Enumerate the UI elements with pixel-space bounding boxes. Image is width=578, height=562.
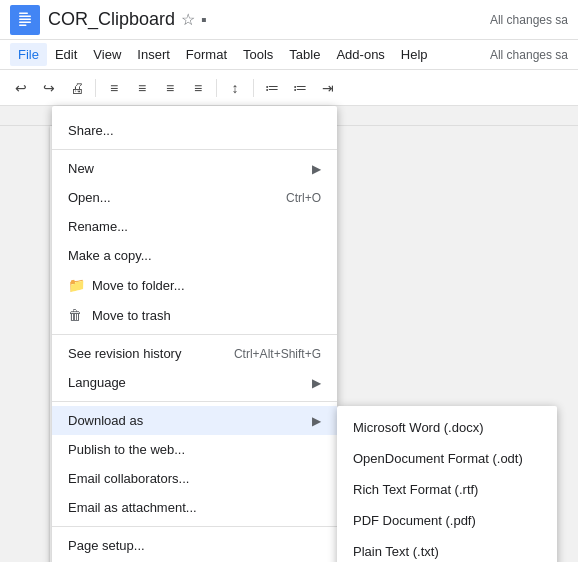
star-icon[interactable]: ☆ [181, 10, 195, 29]
file-dropdown-menu: Share... New ▶ Open... Ctrl+O Rename... … [52, 106, 337, 562]
align-center-button[interactable]: ≡ [129, 75, 155, 101]
file-menu-publish-to-web[interactable]: Publish to the web... [52, 435, 337, 464]
undo-button[interactable]: ↩ [8, 75, 34, 101]
file-menu-section-share-ops: Download as ▶ Microsoft Word (.docx) Ope… [52, 402, 337, 527]
redo-button[interactable]: ↪ [36, 75, 62, 101]
main-area: 1 Share... New ▶ Open... Ctrl+O [0, 106, 578, 562]
overlay: Share... New ▶ Open... Ctrl+O Rename... … [0, 106, 578, 562]
file-menu-section-history: See revision history Ctrl+Alt+Shift+G La… [52, 335, 337, 402]
align-right-button[interactable]: ≡ [157, 75, 183, 101]
align-left-button[interactable]: ≡ [101, 75, 127, 101]
changes-status: All changes sa [490, 48, 568, 62]
toolbar-separator-3 [253, 79, 254, 97]
line-spacing-button[interactable]: ↕ [222, 75, 248, 101]
submenu-odt[interactable]: OpenDocument Format (.odt) [337, 443, 557, 474]
toolbar-separator-1 [95, 79, 96, 97]
folder-location-icon[interactable]: ▪ [201, 11, 207, 29]
submenu-rtf[interactable]: Rich Text Format (.rtf) [337, 474, 557, 505]
svg-rect-0 [19, 12, 28, 14]
file-menu-section-page: Page setup... 🖨 Print Ctrl+P [52, 527, 337, 562]
menu-file[interactable]: File [10, 43, 47, 66]
file-menu-language[interactable]: Language ▶ [52, 368, 337, 397]
toolbar-separator-2 [216, 79, 217, 97]
document-title: COR_Clipboard [48, 9, 175, 30]
file-menu-download-as[interactable]: Download as ▶ Microsoft Word (.docx) Ope… [52, 406, 337, 435]
submenu-pdf[interactable]: PDF Document (.pdf) [337, 505, 557, 536]
menu-help[interactable]: Help [393, 43, 436, 66]
file-menu-make-copy[interactable]: Make a copy... [52, 241, 337, 270]
submenu-txt[interactable]: Plain Text (.txt) [337, 536, 557, 562]
menu-insert[interactable]: Insert [129, 43, 178, 66]
file-menu-section-share: Share... [52, 112, 337, 150]
list-unordered-button[interactable]: ≔ [287, 75, 313, 101]
file-menu-rename[interactable]: Rename... [52, 212, 337, 241]
file-menu-move-to-trash[interactable]: 🗑 Move to trash [52, 300, 337, 330]
download-as-submenu: Microsoft Word (.docx) OpenDocument Form… [337, 406, 557, 562]
file-menu-revision-history[interactable]: See revision history Ctrl+Alt+Shift+G [52, 339, 337, 368]
svg-rect-1 [19, 15, 31, 17]
file-menu-share[interactable]: Share... [52, 116, 337, 145]
app-icon [10, 5, 40, 35]
menu-edit[interactable]: Edit [47, 43, 85, 66]
svg-rect-3 [19, 21, 31, 23]
menu-bar: File Edit View Insert Format Tools Table… [0, 40, 578, 70]
list-ordered-button[interactable]: ≔ [259, 75, 285, 101]
menu-tools[interactable]: Tools [235, 43, 281, 66]
file-menu-page-setup[interactable]: Page setup... [52, 531, 337, 560]
submenu-docx[interactable]: Microsoft Word (.docx) [337, 412, 557, 443]
autosave-status: All changes sa [490, 13, 568, 27]
trash-icon: 🗑 [68, 307, 88, 323]
file-menu-open[interactable]: Open... Ctrl+O [52, 183, 337, 212]
menu-addons[interactable]: Add-ons [328, 43, 392, 66]
print-button[interactable]: 🖨 [64, 75, 90, 101]
menu-table[interactable]: Table [281, 43, 328, 66]
menu-view[interactable]: View [85, 43, 129, 66]
file-menu-move-to-folder[interactable]: 📁 Move to folder... [52, 270, 337, 300]
svg-rect-4 [19, 24, 27, 26]
top-bar: COR_Clipboard ☆ ▪ All changes sa [0, 0, 578, 40]
indent-button[interactable]: ⇥ [315, 75, 341, 101]
menu-format[interactable]: Format [178, 43, 235, 66]
folder-icon: 📁 [68, 277, 88, 293]
file-menu-email-as-attachment[interactable]: Email as attachment... [52, 493, 337, 522]
toolbar: ↩ ↪ 🖨 ≡ ≡ ≡ ≡ ↕ ≔ ≔ ⇥ [0, 70, 578, 106]
svg-rect-2 [19, 18, 31, 20]
file-menu-email-collaborators[interactable]: Email collaborators... [52, 464, 337, 493]
align-justify-button[interactable]: ≡ [185, 75, 211, 101]
file-menu-new[interactable]: New ▶ [52, 154, 337, 183]
file-menu-section-file-ops: New ▶ Open... Ctrl+O Rename... Make a co… [52, 150, 337, 335]
